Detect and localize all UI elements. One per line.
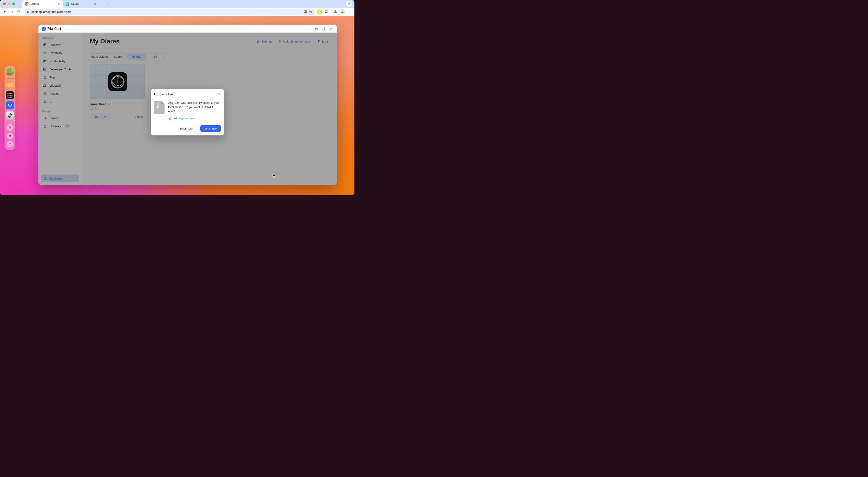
back-button[interactable] <box>2 9 8 15</box>
screenshot-root: Olares ✕ Studio ✕ + <box>0 0 354 195</box>
window-title: Market <box>48 27 61 31</box>
tab-close-icon[interactable]: ✕ <box>57 2 61 5</box>
zip-file-icon <box>154 101 164 114</box>
site-settings-icon[interactable] <box>26 10 30 13</box>
close-window-button[interactable] <box>3 2 6 5</box>
close-icon <box>217 92 220 95</box>
dock-settings-app[interactable] <box>6 112 14 120</box>
origami-icon <box>340 10 344 13</box>
window-maximize-button[interactable] <box>314 26 319 31</box>
dialog-close-button[interactable] <box>217 91 221 96</box>
olares-favicon-icon <box>25 2 29 6</box>
dock-files-app[interactable] <box>6 81 14 89</box>
window-minimize-button[interactable] <box>306 26 311 31</box>
install-now-button[interactable]: Install now <box>200 125 221 132</box>
tab-title: Olares <box>31 2 55 5</box>
download-icon <box>333 10 338 14</box>
browser-tabstrip: Olares ✕ Studio ✕ + <box>0 0 354 8</box>
dock-market-app[interactable] <box>6 101 14 110</box>
dock-divider <box>6 122 14 122</box>
url-text[interactable]: desktop.laresprime.olares.com <box>31 10 302 13</box>
minimize-window-button[interactable] <box>8 2 10 5</box>
mouse-cursor <box>272 173 276 178</box>
window-close-button[interactable] <box>329 26 334 31</box>
tab-divider <box>100 2 100 6</box>
install-app-icon[interactable] <box>303 10 307 14</box>
forward-button[interactable] <box>9 9 15 15</box>
search-icon <box>8 126 12 129</box>
forward-arrow-icon <box>10 10 14 14</box>
browser-toolbar: desktop.laresprime.olares.com <box>0 8 354 16</box>
reload-button[interactable] <box>16 9 22 15</box>
dock-notifications-button[interactable] <box>7 133 13 139</box>
kebab-menu-icon <box>347 10 351 13</box>
chevron-down-icon <box>347 2 350 5</box>
dock-launchpad-app[interactable] <box>6 91 14 99</box>
extension-dog-icon[interactable] <box>317 9 322 14</box>
dialog-message: App "test" was successfully added to you… <box>168 101 220 114</box>
window-titlebar[interactable]: Market <box>38 25 337 33</box>
dialog-title: Upload chart <box>154 92 221 96</box>
install-later-button[interactable]: Install later <box>176 125 197 132</box>
power-icon <box>8 142 12 146</box>
check-circle-icon <box>168 117 172 120</box>
back-arrow-icon <box>3 10 7 14</box>
tab-title: Studio <box>71 2 91 5</box>
market-window: Market Categories Discover <box>38 25 337 185</box>
traffic-lights <box>0 2 18 5</box>
url-bar[interactable]: desktop.laresprime.olares.com <box>24 8 315 15</box>
fullscreen-window-button[interactable] <box>12 2 15 5</box>
olares-desktop: Market Categories Discover <box>0 16 354 195</box>
studio-favicon-icon <box>66 2 69 6</box>
window-open-external-button[interactable] <box>321 26 326 31</box>
market-bag-icon <box>6 101 14 110</box>
user-avatar[interactable] <box>6 68 14 76</box>
active-app-indicator <box>13 120 15 121</box>
tab-studio[interactable]: Studio ✕ <box>63 0 103 8</box>
dock-power-button[interactable] <box>7 141 13 147</box>
dock <box>4 66 16 150</box>
dock-search-button[interactable] <box>7 124 13 131</box>
extensions-puzzle-icon[interactable] <box>323 8 329 15</box>
gear-icon <box>7 113 13 118</box>
bookmark-star-icon[interactable] <box>309 10 313 14</box>
reload-icon <box>17 10 21 14</box>
upload-chart-dialog: Upload chart App "test" was successfully… <box>151 89 224 136</box>
bell-icon <box>8 134 12 138</box>
status-row: Add app success <box>168 117 221 120</box>
browser-menu-button[interactable] <box>346 8 352 15</box>
profile-avatar[interactable] <box>340 9 345 14</box>
tab-olares[interactable]: Olares ✕ <box>22 0 63 8</box>
new-tab-button[interactable]: + <box>104 1 110 6</box>
tab-close-icon[interactable]: ✕ <box>93 2 97 5</box>
toolbar-divider <box>331 10 331 14</box>
market-bag-icon <box>41 27 46 31</box>
tab-search-button[interactable] <box>346 1 352 7</box>
downloads-button[interactable] <box>332 8 339 15</box>
status-text: Add app success <box>174 117 195 120</box>
